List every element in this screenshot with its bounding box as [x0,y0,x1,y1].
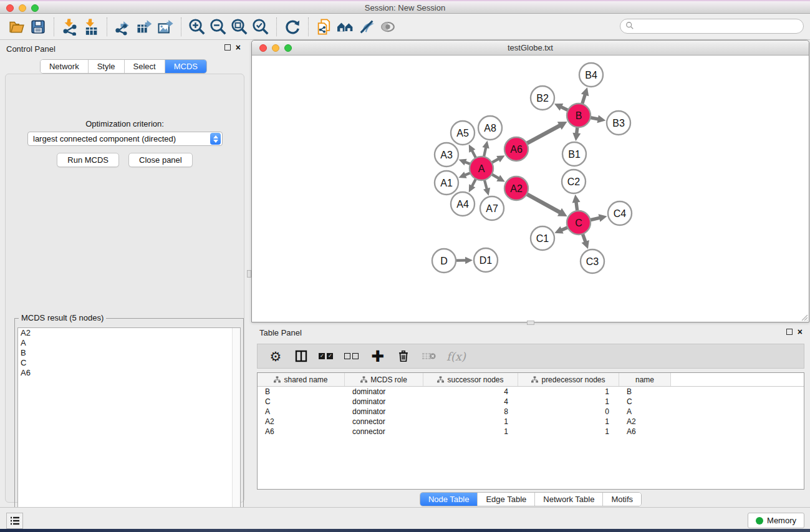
table-cell[interactable]: 1 [518,397,619,407]
mcds-result-item[interactable]: C [18,358,240,368]
table-options-gear-icon[interactable]: ⚙ [268,347,284,365]
result-scrollbar[interactable] [232,328,240,528]
graph-node-A6[interactable]: A6 [504,137,528,161]
close-panel-button[interactable]: Close panel [128,153,193,167]
column-header-MCDS-role[interactable]: MCDS role [345,373,423,386]
table-cell[interactable]: B [619,387,671,397]
table-cell[interactable]: 1 [423,417,518,427]
table-cell[interactable]: A2 [619,417,671,427]
table-cell[interactable]: A6 [258,427,345,437]
tab-style[interactable]: Style [89,60,125,73]
table-cell[interactable]: 0 [518,407,619,417]
export-network-icon[interactable] [112,16,133,37]
graph-node-D1[interactable]: D1 [474,248,498,272]
import-table-icon[interactable] [80,16,102,37]
graph-node-C2[interactable]: C2 [562,170,586,193]
table-cell[interactable]: 4 [423,387,518,397]
graph-node-B1[interactable]: B1 [562,142,586,166]
graph-node-C4[interactable]: C4 [608,201,632,225]
table-row[interactable]: A2connector11A2 [258,417,804,427]
table-cell[interactable]: B [258,387,345,397]
zoom-out-icon[interactable] [208,16,229,37]
network-canvas[interactable]: AA1A2A3A4A5A6A7A8BB1B2B3B4CC1C2C3C4DD1 [252,56,809,322]
tab-network[interactable]: Network [41,60,89,73]
graph-node-A8[interactable]: A8 [478,116,502,140]
table-cell[interactable]: C [258,397,345,407]
home-icon[interactable] [335,16,356,37]
close-panel-icon[interactable]: × [236,44,241,51]
save-session-icon[interactable] [27,16,49,37]
table-cell[interactable]: connector [345,427,423,437]
criterion-dropdown[interactable]: largest connected component (directed) [27,132,223,146]
tab-edge-table[interactable]: Edge Table [478,493,535,506]
tab-network-table[interactable]: Network Table [535,493,603,506]
graph-node-D[interactable]: D [432,249,456,273]
mcds-result-item[interactable]: B [18,348,240,358]
table-cell[interactable]: A6 [619,427,671,437]
graph-node-A5[interactable]: A5 [451,121,475,145]
graph-node-C3[interactable]: C3 [581,249,604,273]
search-input[interactable] [637,20,803,32]
graph-node-A3[interactable]: A3 [435,143,458,167]
graph-node-A1[interactable]: A1 [435,171,458,195]
run-mcds-button[interactable]: Run MCDS [57,153,119,167]
column-header-successor-nodes[interactable]: successor nodes [423,373,518,386]
close-table-panel-icon[interactable]: × [798,329,803,335]
table-cell[interactable]: 4 [423,397,518,407]
mcds-result-list[interactable]: A2ABCA6 [17,327,241,529]
open-file-icon[interactable] [6,16,27,37]
eye-icon[interactable] [377,16,398,37]
mcds-result-item[interactable]: A2 [18,328,240,338]
select-all-rows-icon[interactable] [319,347,335,365]
table-cell[interactable]: 1 [518,417,619,427]
tab-node-table[interactable]: Node Table [420,493,478,506]
table-cell[interactable]: 1 [518,387,619,397]
tab-motifs[interactable]: Motifs [603,493,641,506]
graph-node-B3[interactable]: B3 [607,111,630,135]
float-panel-icon[interactable] [224,44,231,51]
task-history-button[interactable] [6,513,23,529]
graph-node-A[interactable]: A [470,157,493,180]
table-cell[interactable]: 8 [423,407,518,417]
refresh-icon[interactable] [282,16,303,37]
node-table[interactable]: shared nameMCDS rolesuccessor nodesprede… [257,372,804,490]
table-cell[interactable]: connector [345,417,423,427]
graph-node-B4[interactable]: B4 [579,63,603,87]
mcds-result-item[interactable]: A6 [18,368,240,378]
show-column-icon[interactable] [293,347,309,365]
import-network-icon[interactable] [59,16,80,37]
column-header-shared-name[interactable]: shared name [258,373,345,386]
table-row[interactable]: Bdominator41B [258,387,804,397]
tab-select[interactable]: Select [125,60,165,73]
table-cell[interactable]: dominator [345,387,423,397]
vertical-split-grip[interactable] [247,270,251,278]
graph-node-A4[interactable]: A4 [451,192,475,216]
network-window-titlebar[interactable]: testGlobe.txt [252,41,809,56]
zoom-in-icon[interactable] [186,16,208,37]
column-header-predecessor-nodes[interactable]: predecessor nodes [518,373,619,386]
export-image-icon[interactable] [155,16,176,37]
deselect-all-rows-icon[interactable] [344,347,360,365]
table-cell[interactable]: dominator [345,407,423,417]
float-table-panel-icon[interactable] [786,329,793,335]
tab-mcds[interactable]: MCDS [165,60,206,73]
graph-node-B2[interactable]: B2 [531,86,554,110]
graph-node-C1[interactable]: C1 [531,226,554,250]
table-cell[interactable]: dominator [345,397,423,407]
hide-graphics-details-icon[interactable] [356,16,377,37]
graph-node-C[interactable]: C [567,211,591,235]
search-field[interactable] [620,19,804,34]
resize-grip-icon[interactable] [799,312,808,321]
table-cell[interactable]: A2 [258,417,345,427]
graph-node-A7[interactable]: A7 [480,196,504,220]
zoom-selected-icon[interactable] [250,16,271,37]
table-row[interactable]: Cdominator41C [258,397,804,407]
delete-row-icon[interactable] [395,347,412,365]
table-row[interactable]: Adominator80A [258,407,804,417]
table-cell[interactable]: 1 [518,427,619,437]
table-row[interactable]: A6connector11A6 [258,427,804,437]
column-header-name[interactable]: name [619,373,671,386]
add-row-icon[interactable]: ✚ [370,347,386,365]
memory-button[interactable]: Memory [748,513,804,528]
graph-node-B[interactable]: B [567,104,591,127]
